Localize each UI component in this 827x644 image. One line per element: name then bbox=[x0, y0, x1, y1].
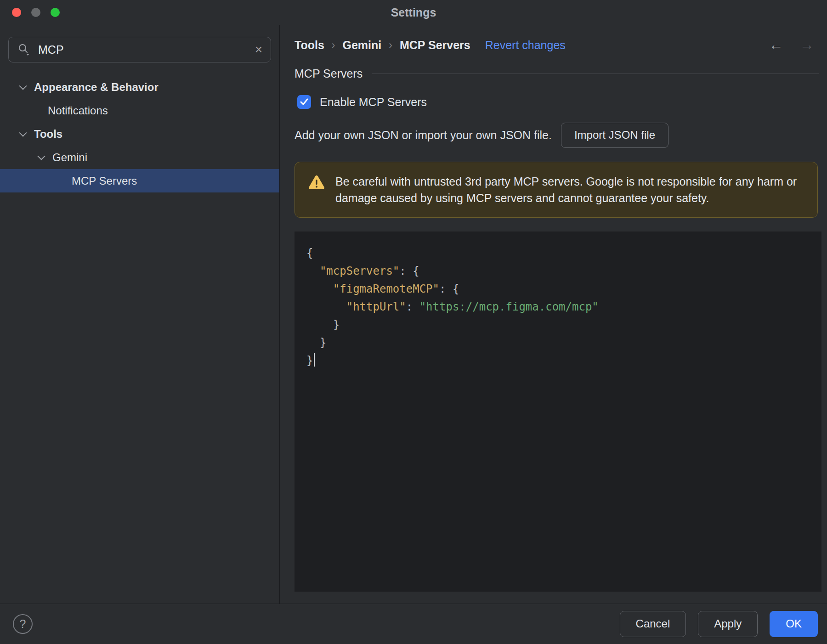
chevron-down-icon[interactable] bbox=[19, 82, 27, 90]
section-divider bbox=[372, 73, 819, 74]
search-input[interactable] bbox=[37, 43, 249, 57]
minimize-window-button[interactable] bbox=[31, 8, 40, 17]
revert-changes-link[interactable]: Revert changes bbox=[485, 39, 566, 52]
settings-tree: Appearance & Behavior Notifications Tool… bbox=[0, 75, 279, 192]
sidebar-item-label: Gemini bbox=[52, 151, 87, 164]
window-title: Settings bbox=[391, 6, 436, 19]
code-line: } bbox=[306, 334, 812, 352]
sidebar-item-mcp-servers[interactable]: MCP Servers bbox=[0, 169, 279, 192]
code-line: { bbox=[306, 244, 812, 262]
import-row: Add your own JSON or import your own JSO… bbox=[295, 123, 821, 148]
help-button[interactable]: ? bbox=[13, 614, 33, 634]
breadcrumb-separator-icon: › bbox=[332, 39, 335, 51]
settings-window: Settings × Appearance & Behavior bbox=[0, 0, 827, 644]
breadcrumb-item-gemini[interactable]: Gemini bbox=[342, 39, 381, 52]
history-nav: ← → bbox=[769, 37, 821, 53]
warning-banner: Be careful with untrusted 3rd party MCP … bbox=[295, 162, 818, 218]
sidebar-item-appearance-behavior[interactable]: Appearance & Behavior bbox=[0, 75, 279, 99]
enable-mcp-checkbox[interactable] bbox=[297, 95, 311, 109]
cancel-button[interactable]: Cancel bbox=[620, 611, 686, 637]
code-line: "mcpServers": { bbox=[306, 262, 812, 280]
chevron-down-icon[interactable] bbox=[19, 129, 27, 136]
code-line: } bbox=[306, 352, 812, 370]
sidebar-item-gemini[interactable]: Gemini bbox=[0, 146, 279, 169]
code-line: "figmaRemoteMCP": { bbox=[306, 280, 812, 298]
settings-sidebar: × Appearance & Behavior Notifications To… bbox=[0, 25, 280, 604]
footer-buttons: Cancel Apply OK bbox=[620, 611, 818, 637]
enable-mcp-label: Enable MCP Servers bbox=[320, 96, 427, 109]
code-token: "https://mcp.figma.com/mcp" bbox=[419, 300, 599, 313]
main-area: × Appearance & Behavior Notifications To… bbox=[0, 25, 827, 604]
code-token: { bbox=[306, 247, 313, 260]
code-token: "mcpServers" bbox=[306, 265, 399, 277]
sidebar-item-notifications[interactable]: Notifications bbox=[0, 99, 279, 122]
breadcrumb-item-tools[interactable]: Tools bbox=[295, 39, 324, 52]
breadcrumb-item-mcp-servers: MCP Servers bbox=[400, 39, 470, 52]
dialog-footer: ? Cancel Apply OK bbox=[0, 604, 827, 644]
code-token: : bbox=[406, 300, 419, 313]
code-line: "httpUrl": "https://mcp.figma.com/mcp" bbox=[306, 298, 812, 316]
breadcrumb: Tools › Gemini › MCP Servers Revert chan… bbox=[295, 34, 821, 56]
warning-icon bbox=[308, 175, 325, 190]
json-editor[interactable]: { "mcpServers": { "figmaRemoteMCP": { "h… bbox=[295, 232, 821, 592]
code-token: } bbox=[306, 354, 313, 367]
settings-content: Tools › Gemini › MCP Servers Revert chan… bbox=[280, 25, 827, 604]
apply-button[interactable]: Apply bbox=[698, 611, 758, 637]
breadcrumb-separator-icon: › bbox=[389, 39, 392, 51]
code-token: } bbox=[306, 318, 340, 331]
warning-text: Be careful with untrusted 3rd party MCP … bbox=[335, 173, 804, 206]
sidebar-item-tools[interactable]: Tools bbox=[0, 122, 279, 146]
close-window-button[interactable] bbox=[12, 8, 21, 17]
forward-arrow-icon: → bbox=[800, 37, 814, 53]
question-icon: ? bbox=[20, 617, 26, 631]
search-box[interactable]: × bbox=[8, 37, 271, 62]
chevron-down-icon[interactable] bbox=[38, 152, 45, 160]
titlebar: Settings bbox=[0, 0, 827, 25]
code-line: } bbox=[306, 316, 812, 334]
code-token: : { bbox=[399, 265, 419, 277]
sidebar-item-label: MCP Servers bbox=[72, 175, 137, 187]
zoom-window-button[interactable] bbox=[51, 8, 60, 17]
code-token: : { bbox=[439, 282, 459, 295]
section-header: MCP Servers bbox=[295, 67, 821, 80]
clear-search-icon[interactable]: × bbox=[255, 43, 262, 56]
checkmark-icon bbox=[300, 98, 309, 106]
code-token: } bbox=[306, 336, 326, 349]
traffic-lights bbox=[12, 8, 60, 17]
code-token: "httpUrl" bbox=[306, 300, 406, 313]
add-json-text: Add your own JSON or import your own JSO… bbox=[295, 129, 552, 142]
ok-button[interactable]: OK bbox=[770, 611, 818, 637]
sidebar-item-label: Notifications bbox=[48, 104, 108, 117]
code-token: "figmaRemoteMCP" bbox=[306, 282, 439, 295]
section-title: MCP Servers bbox=[295, 67, 363, 80]
back-arrow-icon[interactable]: ← bbox=[769, 37, 783, 53]
import-json-button[interactable]: Import JSON file bbox=[561, 123, 668, 148]
text-cursor bbox=[314, 353, 315, 367]
sidebar-item-label: Tools bbox=[34, 128, 62, 141]
search-icon bbox=[17, 43, 31, 56]
enable-mcp-row: Enable MCP Servers bbox=[295, 95, 821, 109]
sidebar-item-label: Appearance & Behavior bbox=[34, 81, 159, 94]
